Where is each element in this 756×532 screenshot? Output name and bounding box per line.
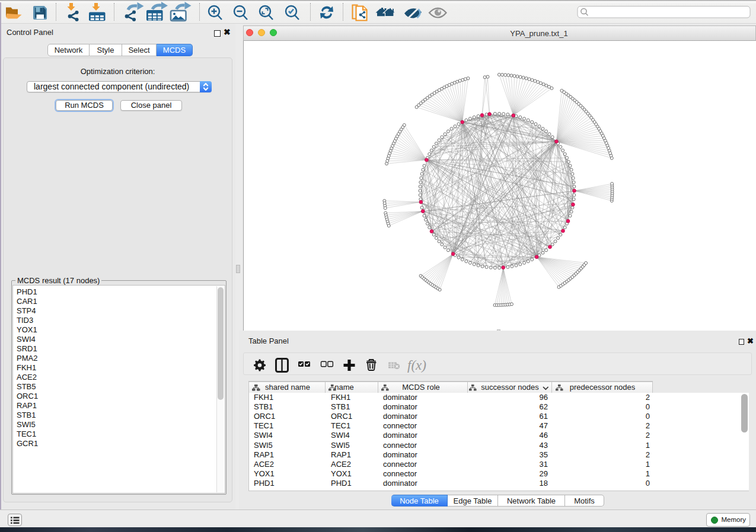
svg-text:f(x): f(x) (407, 358, 426, 373)
